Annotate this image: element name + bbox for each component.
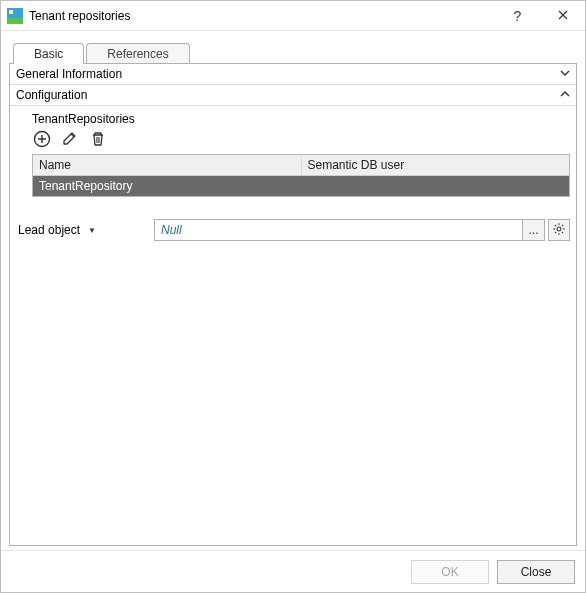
col-db[interactable]: Semantic DB user — [302, 155, 570, 175]
delete-button[interactable] — [88, 130, 108, 150]
chevron-up-icon — [560, 88, 570, 102]
ok-button: OK — [411, 560, 489, 584]
tab-basic[interactable]: Basic — [13, 43, 84, 64]
plus-circle-icon — [33, 130, 51, 151]
svg-point-4 — [557, 227, 561, 231]
window-title: Tenant repositories — [29, 9, 130, 23]
dropdown-triangle-icon: ▼ — [88, 226, 96, 235]
lead-object-input-wrap: ... — [154, 219, 570, 241]
tab-references[interactable]: References — [86, 43, 189, 64]
browse-button[interactable]: ... — [523, 219, 545, 241]
trash-icon — [89, 130, 107, 151]
dialog-footer: OK Close — [1, 550, 585, 592]
titlebar: Tenant repositories ? — [1, 1, 585, 31]
section-config-title: Configuration — [16, 88, 87, 102]
close-label: Close — [521, 565, 552, 579]
cell-db — [301, 176, 569, 196]
table-header: Name Semantic DB user — [33, 155, 569, 176]
section-config-header[interactable]: Configuration — [10, 85, 576, 106]
content-area: Basic References General Information Con… — [1, 31, 585, 550]
help-button[interactable]: ? — [495, 1, 540, 31]
dialog-window: Tenant repositories ? Basic References G… — [0, 0, 586, 593]
col-name[interactable]: Name — [33, 155, 302, 175]
svg-rect-2 — [9, 10, 13, 14]
section-general-title: General Information — [16, 67, 122, 81]
gear-icon — [552, 222, 566, 239]
window-close-button[interactable] — [540, 1, 585, 31]
section-general-header[interactable]: General Information — [10, 64, 576, 85]
config-subtitle: TenantRepositories — [32, 110, 570, 130]
settings-button[interactable] — [548, 219, 570, 241]
tab-basic-label: Basic — [34, 47, 63, 61]
add-button[interactable] — [32, 130, 52, 150]
table-row[interactable]: TenantRepository — [33, 176, 569, 196]
cell-name: TenantRepository — [33, 176, 301, 196]
svg-rect-1 — [7, 18, 23, 24]
app-icon — [7, 8, 23, 24]
ellipsis-icon: ... — [528, 223, 538, 237]
table-body: TenantRepository — [33, 176, 569, 196]
pencil-icon — [61, 130, 79, 151]
tab-references-label: References — [107, 47, 168, 61]
lead-object-label: Lead object — [18, 223, 80, 237]
config-toolbar — [32, 130, 570, 154]
chevron-down-icon — [560, 67, 570, 81]
repositories-table: Name Semantic DB user TenantRepository — [32, 154, 570, 197]
lead-object-field[interactable] — [154, 219, 523, 241]
config-body: TenantRepositories — [10, 106, 576, 205]
lead-object-label-group[interactable]: Lead object ▼ — [16, 223, 144, 237]
close-icon — [558, 9, 568, 23]
tab-panel: General Information Configuration Tenant… — [9, 63, 577, 546]
tab-strip: Basic References — [13, 39, 577, 63]
ok-label: OK — [441, 565, 458, 579]
lead-object-row: Lead object ▼ ... — [10, 219, 576, 241]
edit-button[interactable] — [60, 130, 80, 150]
close-button[interactable]: Close — [497, 560, 575, 584]
help-icon: ? — [514, 8, 522, 24]
